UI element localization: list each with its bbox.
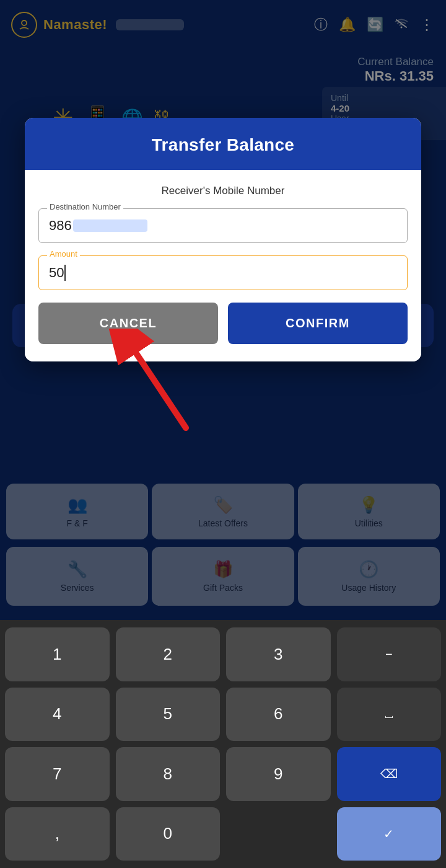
key-3[interactable]: 3 — [226, 627, 331, 681]
key-space[interactable]: ⎵ — [337, 688, 442, 742]
red-arrow-annotation — [87, 329, 211, 443]
key-7[interactable]: 7 — [5, 747, 110, 801]
key-comma[interactable]: , — [5, 807, 110, 861]
cursor — [64, 265, 66, 281]
keyboard-row-3: 7 8 9 ⌫ — [5, 747, 441, 801]
destination-input-group: Destination Number 986 — [38, 208, 408, 243]
transfer-modal: Transfer Balance Receiver's Mobile Numbe… — [25, 118, 421, 361]
key-8[interactable]: 8 — [116, 747, 221, 801]
key-4[interactable]: 4 — [5, 688, 110, 742]
keyboard-row-4: , 0 ✓ — [5, 807, 441, 861]
modal-body: Receiver's Mobile Number Destination Num… — [25, 170, 421, 361]
key-empty — [226, 807, 331, 861]
key-enter[interactable]: ✓ — [337, 807, 442, 861]
receiver-label: Receiver's Mobile Number — [38, 185, 408, 197]
key-5[interactable]: 5 — [116, 688, 221, 742]
keyboard-row-1: 1 2 3 − — [5, 627, 441, 681]
key-9[interactable]: 9 — [226, 747, 331, 801]
destination-field-label: Destination Number — [47, 202, 123, 211]
amount-value: 50 — [49, 265, 64, 281]
amount-input[interactable]: 50 — [38, 255, 408, 290]
amount-field-label: Amount — [47, 249, 80, 259]
destination-blurred — [73, 219, 147, 232]
backspace-icon: ⌫ — [380, 766, 398, 781]
keyboard-row-2: 4 5 6 ⎵ — [5, 688, 441, 742]
modal-title: Transfer Balance — [152, 135, 294, 154]
destination-value: 986 — [49, 218, 72, 234]
key-0[interactable]: 0 — [116, 807, 221, 861]
numeric-keyboard[interactable]: 1 2 3 − 4 5 6 ⎵ 7 8 9 ⌫ , 0 ✓ — [0, 620, 446, 868]
key-backspace[interactable]: ⌫ — [337, 747, 442, 801]
enter-icon: ✓ — [383, 826, 394, 841]
key-2[interactable]: 2 — [116, 627, 221, 681]
key-minus[interactable]: − — [337, 627, 442, 681]
modal-header: Transfer Balance — [25, 118, 421, 170]
key-6[interactable]: 6 — [226, 688, 331, 742]
confirm-button[interactable]: CONFIRM — [228, 303, 408, 344]
svg-line-3 — [136, 353, 186, 428]
key-1[interactable]: 1 — [5, 627, 110, 681]
destination-input[interactable]: 986 — [38, 208, 408, 243]
amount-input-group: Amount 50 — [38, 255, 408, 290]
